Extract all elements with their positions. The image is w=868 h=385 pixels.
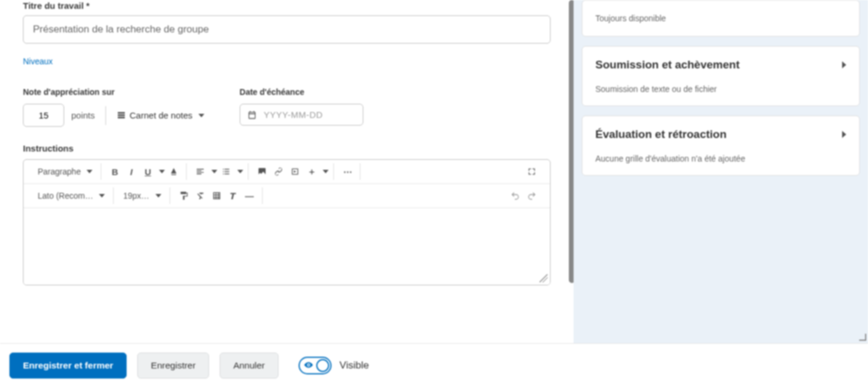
fullscreen-group [519, 163, 544, 180]
resize-handle-icon[interactable] [539, 274, 548, 282]
visibility-toggle[interactable] [299, 357, 332, 374]
visibility-control: Visible [299, 357, 369, 374]
assignment-title-input[interactable] [23, 15, 551, 44]
calendar-icon [247, 110, 257, 120]
para-group: Paragraphe [29, 163, 101, 180]
due-date-placeholder: YYYY-MM-DD [264, 110, 323, 120]
title-label: Titre du travail * [23, 1, 551, 11]
settings-sidebar: Toujours disponible Soumission et achève… [574, 0, 868, 343]
hr-icon[interactable]: ― [242, 188, 257, 203]
font-family-label: Lato (Recom… [38, 191, 93, 200]
clear-format-icon[interactable] [193, 188, 208, 203]
submission-panel-title: Soumission et achèvement [595, 58, 740, 71]
chevron-down-icon [198, 114, 204, 117]
instructions-block: Instructions Paragraphe B [23, 143, 551, 285]
evaluation-panel-title: Évaluation et rétroaction [595, 128, 727, 141]
table-icon[interactable] [209, 188, 224, 203]
levels-link[interactable]: Niveaux [23, 57, 53, 66]
editor-toolbar-row-2: Lato (Recom… 19px… [24, 184, 550, 208]
due-date-label: Date d'échéance [240, 87, 363, 97]
undo-icon[interactable] [508, 188, 523, 203]
undo-redo-group [503, 187, 544, 204]
instructions-label: Instructions [23, 143, 551, 153]
chevron-down-icon [237, 170, 243, 173]
redo-icon[interactable] [524, 188, 539, 203]
chevron-down-icon [87, 170, 92, 173]
gradebook-label: Carnet de notes [130, 110, 193, 120]
grade-block: Note d'appréciation sur points Carnet de… [23, 87, 204, 127]
submission-panel: Soumission et achèvement Soumission de t… [582, 46, 860, 106]
font-size-group: 19px… [115, 187, 170, 204]
grade-label: Note d'appréciation sur [23, 87, 204, 97]
assignment-editor-page: Titre du travail * Niveaux Note d'appréc… [0, 0, 868, 385]
chevron-right-icon [842, 131, 846, 138]
footer-bar: Enregistrer et fermer Enregistrer Annule… [0, 344, 868, 385]
font-family-group: Lato (Recom… [29, 187, 114, 204]
submission-panel-summary: Soumission de texte ou de fichier [595, 84, 846, 94]
due-date-input[interactable]: YYYY-MM-DD [240, 104, 363, 126]
extra-group: ⋯ [335, 163, 360, 180]
rich-text-editor: Paragraphe B I U [23, 159, 551, 285]
toggle-knob [316, 359, 329, 372]
chevron-right-icon [842, 61, 846, 68]
grade-points-input[interactable] [23, 104, 64, 127]
content-area: Titre du travail * Niveaux Note d'appréc… [0, 0, 868, 344]
list-icon[interactable] [218, 164, 234, 179]
insert-link-icon[interactable] [271, 164, 286, 179]
more-icon[interactable]: ⋯ [340, 164, 355, 179]
insert-media-icon[interactable] [287, 164, 303, 179]
chevron-down-icon [99, 194, 105, 198]
evaluation-panel-header[interactable]: Évaluation et rétroaction [595, 128, 846, 141]
format-group: ― [171, 187, 263, 204]
chevron-down-icon [155, 194, 161, 198]
paint-icon[interactable] [176, 188, 191, 203]
insert-other-icon[interactable]: ＋ [304, 164, 319, 179]
divider [105, 106, 106, 125]
gradebook-icon [117, 111, 126, 120]
font-family-dropdown[interactable]: Lato (Recom… [34, 191, 108, 200]
editor-toolbar-row-1: Paragraphe B I U [24, 160, 550, 184]
availability-text: Toujours disponible [595, 14, 666, 23]
main-column: Titre du travail * Niveaux Note d'appréc… [0, 0, 574, 343]
underline-button[interactable]: U [140, 164, 155, 179]
availability-summary[interactable]: Toujours disponible [582, 0, 860, 37]
grade-line: points Carnet de notes [23, 104, 204, 127]
submission-panel-header[interactable]: Soumission et achèvement [595, 58, 846, 71]
chevron-down-icon [211, 170, 217, 173]
chevron-down-icon [323, 170, 329, 173]
scrollbar[interactable] [569, 0, 574, 283]
cancel-button[interactable]: Annuler [220, 353, 278, 379]
text-color-icon[interactable] [166, 164, 181, 179]
italic-button[interactable]: I [124, 164, 139, 179]
paragraph-style-label: Paragraphe [38, 167, 81, 176]
evaluation-panel-summary: Aucune grille d'évaluation n'a été ajout… [595, 154, 846, 163]
align-list-group [188, 163, 249, 180]
font-size-label: 19px… [123, 191, 149, 200]
insert-image-icon[interactable] [254, 164, 270, 179]
font-size-dropdown[interactable]: 19px… [120, 191, 164, 200]
editor-body[interactable] [24, 208, 550, 285]
paragraph-style-dropdown[interactable]: Paragraphe [34, 167, 96, 176]
insert-group: ＋ [250, 163, 334, 180]
chevron-down-icon [159, 170, 165, 173]
points-text: points [71, 110, 95, 120]
visibility-label: Visible [340, 360, 369, 371]
equation-icon[interactable] [226, 188, 241, 203]
gradebook-dropdown[interactable]: Carnet de notes [117, 110, 204, 120]
bold-button[interactable]: B [107, 164, 122, 179]
evaluation-panel: Évaluation et rétroaction Aucune grille … [582, 116, 860, 176]
main-form: Titre du travail * Niveaux Note d'appréc… [5, 0, 569, 343]
due-date-block: Date d'échéance YYYY-MM-DD [240, 87, 363, 127]
fullscreen-icon[interactable] [524, 164, 539, 179]
grade-due-row: Note d'appréciation sur points Carnet de… [23, 87, 551, 127]
save-and-close-button[interactable]: Enregistrer et fermer [9, 353, 127, 379]
align-left-icon[interactable] [193, 164, 208, 179]
text-style-group: B I U [102, 163, 187, 180]
save-button[interactable]: Enregistrer [137, 353, 209, 379]
eye-icon [304, 360, 313, 371]
